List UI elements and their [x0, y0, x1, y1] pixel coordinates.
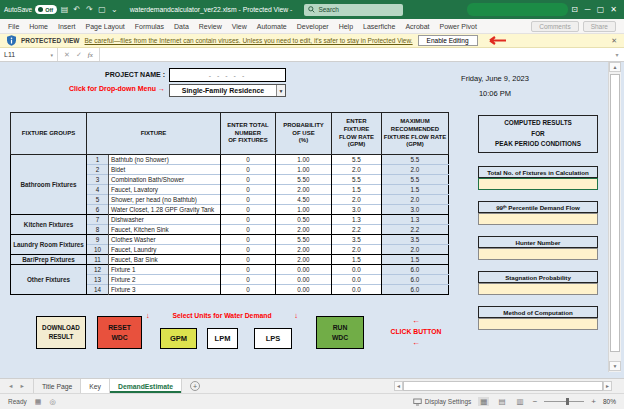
ribbon-tab-developer[interactable]: Developer [297, 23, 329, 30]
redo-icon[interactable]: ↷ [84, 5, 95, 14]
unit-button-lpm[interactable]: LPM [207, 328, 238, 349]
fixture-count-cell[interactable]: 0 [221, 245, 276, 255]
horizontal-scroll-thumb[interactable] [403, 381, 603, 391]
flow-rate-cell[interactable]: 5.5 [332, 155, 382, 165]
comments-button[interactable]: Comments [531, 21, 578, 32]
scroll-left-icon[interactable]: ◄ [394, 381, 403, 391]
fixture-count-cell[interactable]: 0 [221, 285, 276, 295]
sheet-tab-demandestimate[interactable]: DemandEstimate [110, 379, 182, 393]
page-layout-view-icon[interactable]: ▤ [496, 397, 507, 406]
zoom-in-icon[interactable]: + [591, 397, 596, 406]
run-wdc-button[interactable]: RUN WDC [316, 316, 364, 349]
macro-record-icon[interactable]: ▦ [35, 398, 42, 406]
flow-rate-cell[interactable]: 3.0 [332, 205, 382, 215]
zoom-slider[interactable] [544, 401, 584, 402]
fixture-count-cell[interactable]: 0 [221, 205, 276, 215]
scroll-down-icon[interactable]: ▼ [609, 361, 621, 371]
unit-button-gpm[interactable]: GPM [160, 328, 197, 349]
minimize-icon[interactable]: ─ [581, 5, 594, 14]
ribbon-tab-file[interactable]: File [8, 23, 19, 30]
fixture-count-cell[interactable]: 0 [221, 225, 276, 235]
fixture-count-cell[interactable]: 0 [221, 275, 276, 285]
scroll-right-icon[interactable]: ► [603, 381, 612, 391]
insert-function-icon[interactable]: fx [88, 51, 93, 59]
enable-editing-button[interactable]: Enable Editing [418, 35, 478, 46]
result-value-method-of-computation[interactable] [478, 318, 598, 330]
page-break-view-icon[interactable]: ▥ [515, 397, 526, 406]
zoom-out-icon[interactable]: − [533, 397, 538, 406]
vertical-scroll-thumb[interactable] [610, 74, 620, 352]
display-settings-button[interactable]: Display Settings [413, 398, 472, 406]
share-button[interactable]: Share [583, 21, 616, 32]
ribbon-tab-home[interactable]: Home [29, 23, 48, 30]
building-type-dropdown[interactable]: Single-Family Residence ▼ [169, 84, 286, 97]
unit-button-lps[interactable]: LPS [254, 328, 292, 349]
accessibility-checker-icon[interactable]: ◎ [49, 398, 55, 406]
formula-input[interactable] [100, 48, 610, 61]
sheet-tab-title-page[interactable]: Title Page [33, 379, 81, 393]
tab-nav-right-icon[interactable]: ► [19, 383, 24, 389]
ribbon-tab-insert[interactable]: Insert [58, 23, 76, 30]
new-sheet-icon[interactable]: + [190, 381, 200, 391]
sheet-tab-key[interactable]: Key [81, 379, 110, 393]
ribbon-tab-acrobat[interactable]: Acrobat [405, 23, 429, 30]
save-icon[interactable]: ▤ [59, 5, 70, 14]
flow-rate-cell[interactable]: 0.0 [332, 265, 382, 275]
ribbon-tab-laserfiche[interactable]: Laserfiche [363, 23, 395, 30]
undo-icon[interactable]: ↶ [72, 5, 83, 14]
vertical-scrollbar[interactable]: ▲ ▼ [608, 62, 621, 372]
result-value-99-percentile-demand-flow[interactable] [478, 213, 598, 225]
cancel-entry-icon[interactable]: ✕ [64, 51, 70, 59]
fixture-count-cell[interactable]: 0 [221, 155, 276, 165]
result-value-stagnation-probability[interactable] [478, 283, 598, 295]
autosave-toggle[interactable]: AutoSave Off [4, 5, 57, 14]
fixture-count-cell[interactable]: 0 [221, 265, 276, 275]
flow-rate-cell[interactable]: 3.5 [332, 235, 382, 245]
quick-access-icon[interactable]: ▢ [97, 5, 108, 14]
ribbon-tab-help[interactable]: Help [339, 23, 353, 30]
flow-rate-cell[interactable]: 0.0 [332, 285, 382, 295]
flow-rate-cell[interactable]: 5.5 [332, 175, 382, 185]
flow-rate-cell[interactable]: 2.0 [332, 165, 382, 175]
ribbon-tab-automate[interactable]: Automate [257, 23, 287, 30]
fixture-count-cell[interactable]: 0 [221, 255, 276, 265]
flow-rate-cell[interactable]: 1.3 [332, 215, 382, 225]
ribbon-display-options-icon[interactable]: ⊡ [568, 5, 581, 14]
result-value-total-no-of-fixtures-in-calculation[interactable] [478, 178, 598, 190]
fixture-count-cell[interactable]: 0 [221, 215, 276, 225]
download-result-button[interactable]: DOWNLOAD RESULT [36, 316, 86, 349]
message-bar-close-icon[interactable]: ✕ [611, 37, 617, 45]
ribbon-tab-review[interactable]: Review [199, 23, 222, 30]
flow-rate-cell[interactable]: 2.0 [332, 195, 382, 205]
normal-view-icon[interactable]: ▦ [478, 397, 489, 406]
name-box[interactable]: L11 ▾ [0, 48, 58, 61]
scroll-up-icon[interactable]: ▲ [609, 62, 621, 72]
flow-rate-cell[interactable]: 1.5 [332, 255, 382, 265]
formula-bar-expand-icon[interactable]: ▾ [610, 51, 624, 58]
flow-rate-cell[interactable]: 2.2 [332, 225, 382, 235]
ribbon-tab-formulas[interactable]: Formulas [135, 23, 164, 30]
quick-access-caret-icon[interactable]: ⌄ [109, 5, 120, 14]
ribbon-tab-data[interactable]: Data [174, 23, 189, 30]
dropdown-caret-icon[interactable]: ▼ [276, 85, 285, 96]
flow-rate-cell[interactable]: 1.5 [332, 185, 382, 195]
fixture-count-cell[interactable]: 0 [221, 195, 276, 205]
tab-nav-left-icon[interactable]: ◄ [8, 383, 13, 389]
fixture-count-cell[interactable]: 0 [221, 175, 276, 185]
flow-rate-cell[interactable]: 2.0 [332, 245, 382, 255]
fixture-count-cell[interactable]: 0 [221, 185, 276, 195]
result-value-hunter-number[interactable] [478, 248, 598, 260]
reset-wdc-button[interactable]: RESET WDC [97, 316, 142, 349]
ribbon-tab-view[interactable]: View [232, 23, 247, 30]
ribbon-tab-page-layout[interactable]: Page Layout [85, 23, 124, 30]
ribbon-tab-power-pivot[interactable]: Power Pivot [440, 23, 477, 30]
horizontal-scrollbar[interactable]: ◄ ► [394, 379, 624, 393]
name-box-caret-icon[interactable]: ▾ [50, 52, 53, 58]
protected-view-message[interactable]: Be careful—files from the Internet can c… [85, 37, 413, 44]
maximize-icon[interactable]: ▢ [594, 5, 607, 14]
zoom-slider-thumb[interactable] [566, 398, 569, 405]
confirm-entry-icon[interactable]: ✓ [76, 51, 82, 59]
project-name-field[interactable]: - - - - - [169, 68, 286, 82]
search-box[interactable]: Search [304, 4, 403, 16]
fixture-count-cell[interactable]: 0 [221, 235, 276, 245]
